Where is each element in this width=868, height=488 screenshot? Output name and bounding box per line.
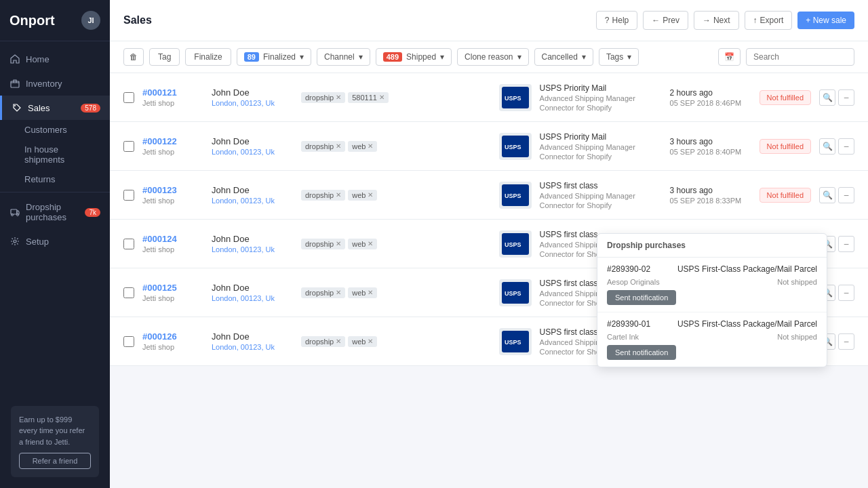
channel-filter[interactable]: Channel ▾: [317, 48, 370, 66]
sidebar-item-setup[interactable]: Setup: [0, 229, 110, 253]
search-action-button[interactable]: 🔍: [819, 187, 835, 203]
sidebar-item-in-house-shipments[interactable]: In house shipments: [24, 140, 110, 169]
order-number[interactable]: #000126: [142, 331, 203, 342]
calendar-button[interactable]: 📅: [718, 48, 741, 66]
cancelled-filter[interactable]: Cancelled ▾: [534, 48, 593, 66]
sidebar-item-sales[interactable]: Sales 578: [0, 96, 110, 120]
customer-location: London, 00123, Uk: [212, 197, 293, 205]
order-cell: #000123 Jetti shop: [142, 185, 203, 205]
row-checkbox[interactable]: [123, 92, 134, 103]
carrier-logo: USPS: [499, 328, 532, 355]
tag-web: web ✕: [348, 287, 377, 298]
order-number[interactable]: #000121: [142, 87, 203, 98]
row-actions: 🔍 –: [819, 187, 854, 203]
fulfillment-status[interactable]: Not fulfilled: [760, 188, 811, 203]
user-avatar[interactable]: JI: [81, 11, 100, 30]
row-checkbox[interactable]: [123, 336, 134, 347]
carrier-logo: USPS: [499, 84, 532, 111]
shipping-sub1: Advanced Shipping Manager: [540, 94, 662, 102]
row-checkbox[interactable]: [123, 190, 134, 201]
search-input[interactable]: [746, 48, 854, 66]
carrier-logo: USPS: [499, 230, 532, 258]
time-cell: 3 hours ago 05 SEP 2018 8:40PM: [670, 137, 751, 156]
row-actions: 🔍 –: [819, 89, 854, 106]
more-action-button[interactable]: –: [838, 285, 854, 301]
shipped-label: Shipped: [406, 52, 436, 62]
tag-580111: 580111 ✕: [348, 92, 389, 103]
popup-header: Dropship purchases: [597, 234, 827, 258]
tag-dropship: dropship ✕: [301, 190, 345, 201]
sent-notification-button-2[interactable]: Sent notification: [607, 345, 676, 360]
fulfillment-status[interactable]: Not fulfilled: [760, 139, 811, 154]
table-row: #000124 Jetti shop John Doe London, 0012…: [110, 220, 868, 268]
order-cell: #000121 Jetti shop: [142, 87, 203, 107]
home-icon: [9, 54, 20, 64]
shipping-sub1: Advanced Shipping Manager: [540, 143, 662, 151]
finalized-filter[interactable]: 89 Finalized ▾: [237, 48, 311, 66]
more-action-button[interactable]: –: [838, 138, 854, 155]
sidebar-item-home[interactable]: Home: [0, 47, 110, 71]
status-cell: Not fulfilled: [760, 139, 811, 154]
dropdown-service: USPS First-Class Package/Mail Parcel: [677, 264, 817, 274]
tags-cell: dropship ✕ web ✕: [301, 287, 410, 298]
dropdown-order-num: #289390-02: [607, 264, 650, 274]
customer-location: London, 00123, Uk: [212, 294, 293, 302]
dropdown-shop: Aesop Originals: [607, 278, 660, 286]
dropship-badge: 7k: [85, 208, 100, 217]
finalize-button[interactable]: Finalize: [185, 48, 231, 66]
new-sale-button[interactable]: + New sale: [797, 12, 854, 29]
tag-button[interactable]: Tag: [149, 48, 180, 66]
status-cell: Not fulfilled: [760, 188, 811, 203]
more-action-button[interactable]: –: [838, 89, 854, 106]
clone-reason-label: Clone reason: [465, 52, 513, 62]
sidebar-item-label: Setup: [26, 237, 49, 247]
search-action-button[interactable]: 🔍: [819, 89, 835, 106]
next-button[interactable]: → Next: [694, 11, 739, 30]
sidebar-item-dropship-purchases[interactable]: Dropship purchases 7k: [0, 195, 110, 229]
chevron-down-icon: ▾: [440, 52, 444, 62]
search-action-button[interactable]: 🔍: [819, 138, 835, 155]
help-icon: ?: [605, 16, 610, 25]
export-button[interactable]: ↑ Export: [745, 11, 793, 30]
help-button[interactable]: ? Help: [596, 11, 637, 30]
shop-name: Jetti shop: [142, 294, 203, 302]
delete-button[interactable]: 🗑: [123, 48, 144, 66]
prev-button[interactable]: ← Prev: [643, 11, 688, 30]
row-checkbox[interactable]: [123, 141, 134, 152]
order-number[interactable]: #000124: [142, 234, 203, 244]
shop-name: Jetti shop: [142, 245, 203, 253]
more-action-button[interactable]: –: [838, 333, 854, 350]
sidebar-item-inventory[interactable]: Inventory: [0, 71, 110, 96]
order-number[interactable]: #000123: [142, 185, 203, 195]
tags-cell: dropship ✕ web ✕: [301, 239, 410, 249]
svg-text:USPS: USPS: [505, 241, 521, 248]
sent-notification-button-1[interactable]: Sent notification: [607, 290, 676, 305]
dropdown-status: Not shipped: [777, 333, 817, 341]
customer-name: John Doe: [212, 136, 293, 146]
time-date: 05 SEP 2018 8:46PM: [670, 99, 751, 107]
order-number[interactable]: #000122: [142, 136, 203, 146]
order-number[interactable]: #000125: [142, 283, 203, 293]
tag-dropship: dropship ✕: [301, 92, 345, 103]
fulfillment-status[interactable]: Not fulfilled: [760, 90, 811, 105]
svg-point-4: [17, 214, 19, 216]
sidebar-item-returns[interactable]: Returns: [24, 169, 110, 189]
shipped-filter[interactable]: 489 Shipped ▾: [376, 48, 452, 66]
row-actions: 🔍 –: [819, 138, 854, 155]
time-ago: 3 hours ago: [670, 186, 751, 195]
shipping-sub1: Advanced Shipping Manager: [540, 192, 662, 200]
sidebar-item-customers[interactable]: Customers: [24, 120, 110, 140]
tags-cell: dropship ✕ 580111 ✕: [301, 92, 410, 103]
status-cell: Not fulfilled: [760, 90, 811, 105]
refer-friend-button[interactable]: Refer a friend: [19, 453, 91, 469]
row-checkbox[interactable]: [123, 239, 134, 249]
tag-dropship: dropship ✕: [301, 336, 345, 347]
shop-name: Jetti shop: [142, 197, 203, 205]
more-action-button[interactable]: –: [838, 236, 854, 252]
tags-filter[interactable]: Tags ▾: [599, 48, 639, 66]
shipping-info: USPS Priority Mail Advanced Shipping Man…: [540, 132, 662, 161]
row-checkbox[interactable]: [123, 287, 134, 298]
clone-reason-filter[interactable]: Clone reason ▾: [457, 48, 528, 66]
more-action-button[interactable]: –: [838, 187, 854, 203]
tags-cell: dropship ✕ web ✕: [301, 336, 410, 347]
